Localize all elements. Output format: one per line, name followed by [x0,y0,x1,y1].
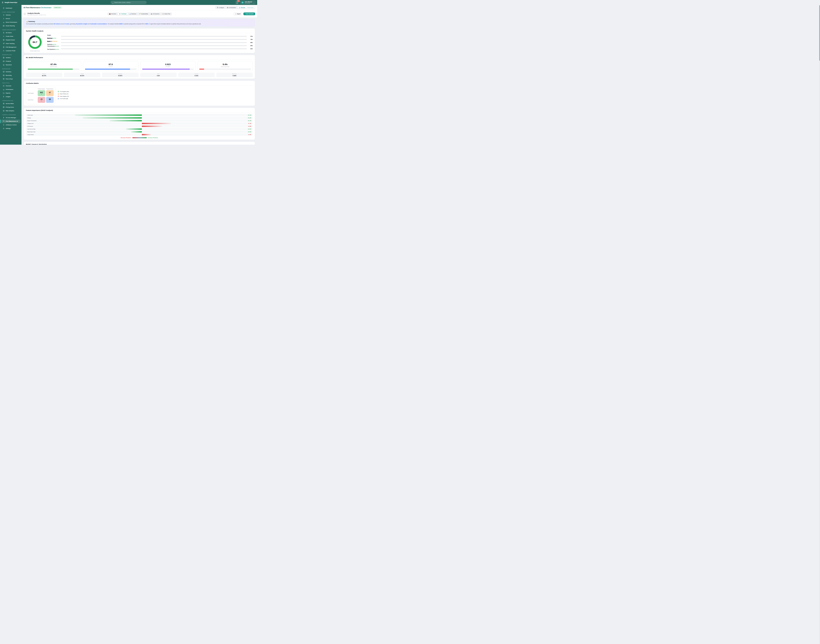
sidebar-item-performance[interactable]: Performance [1,88,20,91]
chevron-down-icon [253,2,254,3]
matrix-col-header: Predicted Negative [38,88,45,89]
sidebar-item-vehicles[interactable]: Vehicles [1,13,20,17]
sidebar-section-label: MARKETPLACE [2,54,21,55]
sidebar-item-pick-pack[interactable]: Pick & Pack [1,77,20,81]
sidebar-item-pod-management[interactable]: POD Management [1,45,20,49]
sidebar-item-products[interactable]: Products [1,60,20,63]
confusion-matrix-card: Confusion Matrix Predicted NegativePredi… [24,81,255,106]
app-logo[interactable]: Nexgile-SwarmOps [0,2,21,3]
sidebar-item-label: Inventory [6,71,11,72]
sidebar-section-label: FLEET OPERATIONS [2,12,21,12]
health-percent: 78% [248,39,253,40]
sidebar-item-label: Settings [6,128,11,129]
sidebar-item-overview[interactable]: Overview [1,84,20,87]
matrix-cell-value: 88 [49,98,51,100]
sidebar-item-storefront[interactable]: Storefront [1,63,20,67]
confusion-matrix-title: Confusion Matrix [26,82,253,86]
confusion-matrix-legend: True Negative (842)False Positive (47)Fa… [58,91,69,100]
view-tab-technical[interactable]: ⚙️Technical [118,13,128,15]
sidebar-item-driver-performance[interactable]: Driver Performance [1,20,20,24]
sidebar-item-fleet-maintenance-ai[interactable]: Fleet Maintenance AI [1,120,20,123]
view-tab-sustainability[interactable]: 🌱Sustainability [138,13,149,15]
matrix-cell-fp: 47FP [46,90,54,96]
sidebar-item-reports[interactable]: Reports [1,91,20,95]
tab-label: Configure [219,7,224,8]
new-scenario-button[interactable]: + New Scenario [244,12,255,15]
back-button[interactable]: ← [23,12,26,15]
sidebar-item-route-planning[interactable]: Route Planning [1,24,20,28]
sidebar-item-label: Driver Performance [6,21,17,23]
sidebar-item-settings[interactable]: Settings [1,127,20,130]
metric-label: AUC-ROC [142,66,194,67]
sidebar-item-label: Pricing Zones [6,106,14,108]
health-percent: 89% [248,45,253,46]
legend-swatch [58,91,59,92]
sidebar-item-label: Vehicles [6,14,11,16]
sidebar-item-order-tracking[interactable]: Order Tracking [1,42,20,45]
sidebar-item-inventory[interactable]: Inventory [1,70,20,74]
sidebar-item-all-orders[interactable]: All Orders [1,31,20,34]
system-name: Transmission [47,46,55,47]
feature-name: Last Service Date [26,129,35,130]
results-content: 📊 Summary Our AI-powered fleet analysis … [21,17,257,145]
sidebar-item-label: Dashboard [6,8,12,9]
legend-item: True Negative (842) [58,91,69,92]
sidebar-item-ai-mission-control[interactable]: AI Mission Control [1,123,20,127]
shap-value: +0.076 [248,129,251,130]
sidebar-item-pricing-zones[interactable]: Pricing Zones [1,106,20,109]
search-input[interactable]: Search orders, drivers, vehicles... [111,1,146,4]
sidebar-item-service-rates[interactable]: Service Rates [1,102,20,105]
view-tab-ai-decisions[interactable]: 🤖AI Decisions [149,13,161,15]
send-icon [3,43,5,44]
shap-bar [142,134,151,135]
sidebar-section-label: ORDER MANAGEMENT [2,29,21,30]
search-placeholder: Search orders, drivers, vehicles... [114,2,131,3]
sidebar-item-vendors[interactable]: Vendors [1,56,20,59]
tab-results[interactable]: 📊ResultsAnalysis output [238,6,255,9]
view-tab-business[interactable]: 📊Business [128,13,138,15]
sidebar-item-label: Insights [6,96,11,97]
sidebar-item-label: Dispatch Board [6,39,15,41]
shap-bar [142,123,171,124]
metric-label: F1 Score [85,66,136,67]
tab-icon: ⚙️ [217,7,218,8]
tab-icon: 🤖 [227,7,228,8]
shap-value: +0.156 [248,120,251,121]
sidebar-item-label: Service Rates [6,103,14,104]
view-tab-action-plan[interactable]: 📋Action Plan [161,13,172,15]
users-icon [3,50,5,52]
user-menu[interactable]: JM John Mitchell Administrator [240,1,256,4]
sidebar-item-dispatch-board[interactable]: Dispatch Board [1,38,20,41]
bag-icon [3,7,5,9]
matrix-cell-fn: 23FN [38,97,45,103]
tile-value: 86.20% [64,75,100,77]
sidebar-item-customer-portal[interactable]: Customer Portal [1,49,20,52]
sidebar-item-create-order[interactable]: Create Order [1,35,20,38]
tray-icon [3,74,5,76]
tab-configure[interactable]: ⚙️Configure [216,6,225,9]
export-button[interactable]: Export [233,12,242,15]
metric-card-false-positive-rate: 9.4%False Positive Rate [198,61,253,71]
system-status: HEALTHY [55,46,59,47]
sidebar-item-label: Fleet Maintenance AI [6,121,18,122]
shap-row-oil-pressure: Oil Pressure-0.098 [26,125,253,127]
sidebar-item-receiving[interactable]: Receiving [1,74,20,77]
sidebar-item-drivers[interactable]: Drivers [1,17,20,20]
health-row-electrical-systems: Electrical SystemsATTENTION78% [47,38,253,41]
view-tab-executive[interactable]: 💼Executive [107,13,118,15]
tab-orchestration[interactable]: 🤖Orchestration [225,6,238,9]
metric-value: 0.923 [142,63,194,66]
main-area: AI Fleet Maintenance Orchestrator COMPLE… [21,5,257,145]
box-icon [3,60,5,62]
legend-item: False Negative (23) [58,96,69,97]
notifications-button[interactable]: 170 [235,1,239,4]
sidebar-item-ai-crisis-manager[interactable]: AI Crisis Manager [1,116,20,120]
shap-row-voltage-level: Voltage Level-0.142 [26,122,253,124]
matrix-cell-tag: FP [49,94,51,95]
cart-icon [3,64,5,66]
sidebar-item-rate-analytics[interactable]: Rate Analytics [1,109,20,112]
sidebar-item-insights[interactable]: Insights [1,95,20,98]
bag-icon [3,32,5,34]
sidebar-item-dashboard[interactable]: Dashboard [1,6,20,10]
feature-name: Usage Pattern [26,134,34,135]
